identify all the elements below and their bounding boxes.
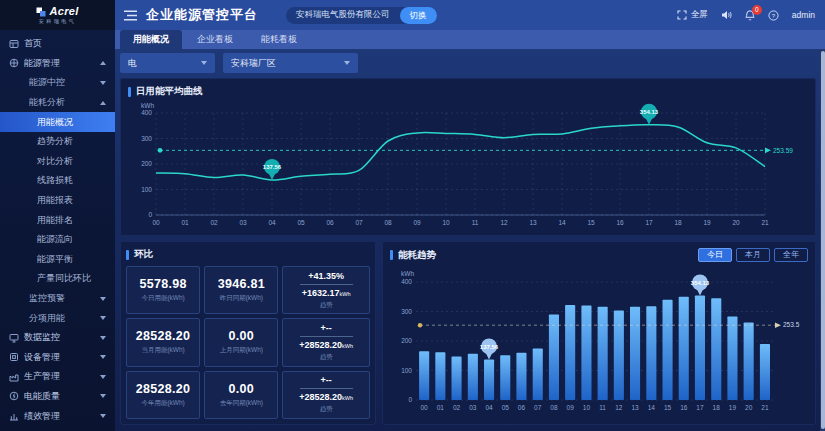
bar[interactable] (663, 300, 673, 400)
bar[interactable] (565, 305, 575, 400)
svg-text:354.13: 354.13 (691, 280, 710, 286)
svg-text:300: 300 (141, 135, 152, 142)
ring-caption: 去年同期(kWh) (220, 399, 263, 408)
speaker-icon (721, 10, 732, 20)
caret-down-icon (100, 297, 106, 301)
caret-down-icon (100, 316, 106, 320)
bar[interactable] (452, 357, 462, 400)
tab-0[interactable]: 用能概况 (120, 30, 182, 49)
energy-icon (9, 58, 19, 68)
sidebar-item-5[interactable]: 趋势分析 (0, 132, 115, 152)
chart-marker: 137.56 (263, 159, 282, 180)
svg-text:01: 01 (437, 404, 445, 411)
sidebar-item-12[interactable]: 产量同比环比 (0, 269, 115, 289)
ring-card-current: 28528.20当月用能(kWh) (126, 318, 200, 366)
bar[interactable] (646, 306, 656, 400)
sidebar-item-15[interactable]: 数据监控 (0, 328, 115, 348)
switch-company-button[interactable]: 切换 (400, 7, 437, 24)
bar[interactable] (727, 317, 737, 401)
sidebar-item-7[interactable]: 线路损耗 (0, 171, 115, 191)
sidebar-item-16[interactable]: 设备管理 (0, 348, 115, 368)
announcement-button[interactable] (721, 10, 732, 20)
ring-card-trend: +41.35%+1632.17kWh趋势 (282, 266, 370, 314)
help-button[interactable]: ? (768, 10, 779, 21)
average-line: 253.5 (418, 321, 800, 328)
tab-2[interactable]: 能耗看板 (248, 30, 310, 49)
daily-curve-title-row: 日用能平均曲线 (128, 85, 808, 98)
bar[interactable] (630, 307, 640, 400)
ring-caption: 上月同期(kWh) (220, 346, 263, 355)
bar[interactable] (549, 315, 559, 401)
production-icon (9, 372, 19, 382)
sidebar-item-0[interactable]: 首页 (0, 34, 115, 54)
sidebar-item-label: 设备管理 (24, 351, 95, 364)
svg-text:354.13: 354.13 (640, 109, 659, 115)
bar[interactable] (435, 352, 445, 400)
fullscreen-button[interactable]: 全屏 (677, 9, 708, 21)
trend-percent: +41.35% (300, 271, 353, 285)
sidebar-item-6[interactable]: 对比分析 (0, 152, 115, 172)
range-button-0[interactable]: 今日 (698, 248, 732, 262)
notifications-button[interactable]: 0 (745, 10, 755, 21)
svg-text:200: 200 (141, 160, 152, 167)
chart-marker: 354.13 (640, 104, 659, 125)
trend-caption: 趋势 (320, 353, 333, 362)
bar[interactable] (711, 298, 721, 400)
svg-text:03: 03 (239, 219, 247, 226)
area-value: 安科瑞厂区 (231, 57, 276, 70)
bar[interactable] (419, 351, 429, 400)
scrollbar[interactable] (820, 49, 825, 431)
scrollbar-thumb[interactable] (821, 51, 825, 429)
tab-1[interactable]: 企业看板 (184, 30, 246, 49)
svg-text:01: 01 (181, 219, 189, 226)
sidebar-item-2[interactable]: 能源中控 (0, 73, 115, 93)
svg-text:300: 300 (401, 308, 412, 315)
ring-grid: 5578.98今日用能(kWh)3946.81昨日同期(kWh)+41.35%+… (126, 266, 370, 419)
daily-curve-panel: 日用能平均曲线 01002003004000001020304050607080… (120, 78, 816, 236)
bar[interactable] (679, 297, 689, 400)
sidebar-item-10[interactable]: 能源流向 (0, 230, 115, 250)
bar[interactable] (484, 359, 494, 400)
area-select[interactable]: 安科瑞厂区 (223, 53, 358, 73)
sidebar-item-14[interactable]: 分项用能 (0, 308, 115, 328)
bar[interactable] (598, 307, 608, 400)
sidebar-item-1[interactable]: 能源管理 (0, 54, 115, 74)
bar[interactable] (760, 344, 770, 400)
range-button-1[interactable]: 本月 (736, 248, 770, 262)
sidebar-item-17[interactable]: 生产管理 (0, 367, 115, 387)
average-line: 253.59 (158, 147, 794, 154)
sidebar-item-9[interactable]: 用能排名 (0, 210, 115, 230)
ring-value: 0.00 (229, 382, 255, 396)
bar[interactable] (516, 353, 526, 400)
svg-text:14: 14 (558, 219, 566, 226)
sidebar-item-11[interactable]: 能源平衡 (0, 250, 115, 270)
sidebar-item-18[interactable]: 电能质量 (0, 387, 115, 407)
caret-down-icon (100, 414, 106, 418)
bar[interactable] (533, 348, 543, 400)
energy-type-select[interactable]: 电 (120, 53, 215, 73)
acrel-logo-icon (36, 7, 46, 17)
range-button-2[interactable]: 全年 (774, 248, 808, 262)
brand-name: Acrel (49, 6, 78, 17)
bar[interactable] (695, 296, 705, 401)
bar[interactable] (468, 354, 478, 400)
svg-text:15: 15 (587, 219, 595, 226)
hamburger-icon[interactable] (124, 10, 137, 21)
bar[interactable] (744, 322, 754, 400)
svg-text:08: 08 (384, 219, 392, 226)
svg-text:14: 14 (648, 404, 656, 411)
username[interactable]: admin (792, 10, 815, 20)
sidebar-item-19[interactable]: 绩效管理 (0, 406, 115, 426)
bar[interactable] (500, 355, 510, 400)
bar[interactable] (581, 306, 591, 400)
sidebar-item-label: 分项用能 (29, 312, 100, 325)
energy-trend-chart: 0100200300400kWh000102030405060708091011… (390, 262, 809, 414)
sidebar-item-8[interactable]: 用能报表 (0, 191, 115, 211)
sidebar-item-13[interactable]: 监控预警 (0, 289, 115, 309)
bar[interactable] (614, 311, 624, 400)
top-header: 企业能源管控平台 安科瑞电气股份有限公司 切换 全屏 0 ? (115, 0, 825, 30)
trend-delta: +28528.20kWh (299, 340, 353, 350)
sidebar-item-3[interactable]: 能耗分析 (0, 93, 115, 113)
sidebar-item-4[interactable]: 用能概况 (0, 112, 115, 132)
svg-text:253.59: 253.59 (773, 147, 793, 154)
